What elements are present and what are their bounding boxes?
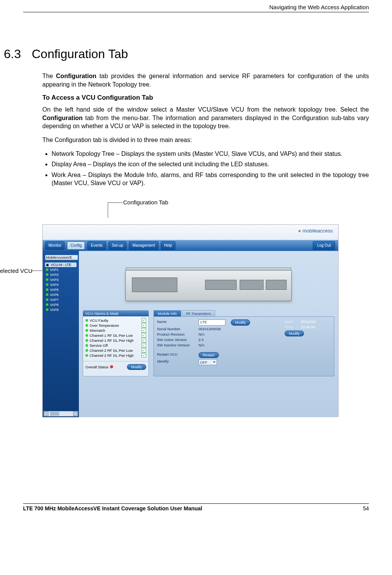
module-info-panel: Module Info RF Parameters Name LTE Modif… bbox=[153, 310, 334, 376]
subheading: To Access a VCU Configuration Tab bbox=[42, 94, 369, 102]
paragraph-2: On the left hand side of the window sele… bbox=[42, 105, 369, 130]
menu-monitor[interactable]: Monitor bbox=[45, 241, 65, 250]
alarm-checkbox[interactable] bbox=[142, 338, 146, 343]
alarm-row: Channel 1 RF DL Pwr Low bbox=[85, 333, 146, 338]
status-dot-icon bbox=[85, 339, 88, 342]
date-label: Date: bbox=[285, 319, 301, 324]
page-footer: LTE 700 MHz MobileAccessVE Instant Cover… bbox=[23, 503, 369, 511]
time-value: 10:40:58 bbox=[301, 325, 315, 329]
field-value: 00101200039 bbox=[199, 327, 221, 331]
bullet-list: Network Topology Tree – Displays the sys… bbox=[45, 150, 369, 187]
sidebar-item-vap[interactable]: VAP6 bbox=[45, 293, 77, 297]
sidebar-item-vap[interactable]: VAP3 bbox=[45, 277, 77, 282]
screenshot: ● mobileaccess Monitor Config Events Set… bbox=[42, 224, 339, 417]
list-item: Display Area – Displays the icon of the … bbox=[52, 160, 369, 169]
sidebar-item-vap[interactable]: VAP1 bbox=[45, 267, 77, 272]
menu-events[interactable]: Events bbox=[87, 241, 106, 250]
sidebar-item-vap[interactable]: VAP2 bbox=[45, 272, 77, 277]
alarms-panel: VCU Alarms & Mask VCU Faulty Over Temper… bbox=[83, 310, 149, 376]
modify-button[interactable]: Modify bbox=[231, 319, 250, 326]
callout-config-tab: Configuration Tab bbox=[123, 199, 168, 206]
alarm-checkbox[interactable] bbox=[142, 323, 146, 328]
footer-title: LTE 700 MHz MobileAccessVE Instant Cover… bbox=[23, 505, 202, 511]
menu-setup[interactable]: Set-up bbox=[108, 241, 127, 250]
page-number: 54 bbox=[363, 505, 369, 511]
field-label: Name bbox=[157, 319, 199, 326]
main-area: VCU Alarms & Mask VCU Faulty Over Temper… bbox=[79, 251, 338, 417]
field-label: Identify bbox=[157, 359, 199, 365]
figure-container: Selected VCU VCU Icon Display ● mobileac… bbox=[42, 224, 339, 417]
status-dot-icon bbox=[85, 329, 88, 332]
field-value: N/A bbox=[199, 332, 205, 336]
field-label: Restart VCU bbox=[157, 352, 199, 358]
field-label: Serial Number bbox=[157, 327, 199, 331]
alarm-row: Channel 2 RF DL Pwr High bbox=[85, 353, 146, 358]
modify-button[interactable]: Modify bbox=[127, 364, 146, 370]
sidebar-title: MobileAccessVE bbox=[45, 255, 78, 260]
running-header: Navigating the Web Access Application bbox=[23, 4, 369, 12]
alarm-checkbox[interactable] bbox=[142, 328, 146, 333]
list-item: Work Area – Displays the Module Info, al… bbox=[52, 171, 369, 187]
scroll-right-icon[interactable] bbox=[73, 411, 78, 416]
status-dot-icon bbox=[85, 319, 88, 322]
alarm-checkbox[interactable] bbox=[142, 353, 146, 358]
date-value: 05/Jul/10 bbox=[301, 319, 316, 324]
menu-config[interactable]: Config bbox=[67, 241, 85, 250]
sidebar-scrollbar[interactable] bbox=[43, 411, 78, 416]
divider bbox=[83, 361, 148, 361]
device-ports bbox=[205, 280, 237, 290]
paragraph-1: The Configuration tab provides the gener… bbox=[42, 72, 369, 89]
tab-module-info[interactable]: Module Info bbox=[153, 310, 181, 316]
tab-rf-parameters[interactable]: RF Parameters bbox=[182, 310, 215, 316]
alarm-row: Over Temperature bbox=[85, 323, 146, 328]
section-heading: 6.3 Configuration Tab bbox=[4, 47, 369, 61]
alarm-row: VCU Faulty bbox=[85, 318, 146, 323]
sidebar-item-vcu[interactable]: ▣ VCU-M - LTE bbox=[45, 262, 77, 267]
alarm-row: Mismatch bbox=[85, 328, 146, 333]
field-value: N/A bbox=[199, 343, 205, 347]
alarm-checkbox[interactable] bbox=[142, 348, 146, 353]
app-header: ● mobileaccess bbox=[43, 225, 338, 240]
alarm-checkbox[interactable] bbox=[142, 318, 146, 323]
status-dot-icon bbox=[85, 324, 88, 327]
menu-bar: Monitor Config Events Set-up Management … bbox=[43, 240, 338, 251]
field-label: SW Inactive Version bbox=[157, 343, 199, 347]
menu-management[interactable]: Management bbox=[129, 241, 158, 250]
time-label: Time: bbox=[285, 325, 301, 329]
field-label: SW Active Version bbox=[157, 338, 199, 342]
scroll-left-icon[interactable] bbox=[44, 411, 48, 416]
menu-help[interactable]: Help bbox=[161, 241, 176, 250]
sidebar-item-vap[interactable]: VAP4 bbox=[45, 282, 77, 287]
brand-label: ● mobileaccess bbox=[298, 228, 333, 234]
chevron-down-icon bbox=[213, 361, 215, 363]
alarm-row: Service Off bbox=[85, 343, 146, 348]
paragraph-3: The Configuration tab is divided in to t… bbox=[42, 136, 369, 144]
vcu-device-icon bbox=[125, 270, 292, 301]
status-dot-icon bbox=[85, 334, 88, 337]
callout-line bbox=[108, 202, 108, 218]
scroll-thumb[interactable] bbox=[50, 412, 59, 416]
device-ports bbox=[266, 280, 287, 290]
sidebar-item-vap[interactable]: VAP8 bbox=[45, 303, 77, 307]
section-title-text: Configuration Tab bbox=[32, 47, 128, 61]
callout-selected-vcu: Selected VCU bbox=[0, 267, 32, 274]
field-label: Product Revision bbox=[157, 332, 199, 336]
name-input[interactable]: LTE bbox=[199, 319, 225, 326]
alarm-checkbox[interactable] bbox=[142, 333, 146, 338]
sidebar-item-vap[interactable]: VAP9 bbox=[45, 308, 77, 312]
sidebar-item-vap[interactable]: VAP7 bbox=[45, 298, 77, 302]
field-value: 2.5 bbox=[199, 338, 204, 342]
identify-select[interactable]: OFF bbox=[199, 359, 217, 365]
modify-button[interactable]: Modify bbox=[285, 331, 304, 336]
alarm-checkbox[interactable] bbox=[142, 343, 146, 348]
device-slot-panel bbox=[132, 277, 177, 292]
restart-button[interactable]: Restart bbox=[199, 352, 219, 358]
status-dot-icon bbox=[110, 365, 113, 368]
section-number: 6.3 bbox=[4, 47, 21, 61]
sidebar-item-vap[interactable]: VAP5 bbox=[45, 288, 77, 292]
status-dot-icon bbox=[85, 344, 88, 347]
status-dot-icon bbox=[85, 354, 88, 357]
alarm-row: Channel 2 RF DL Pwr Low bbox=[85, 348, 146, 353]
logout-button[interactable]: Log Out bbox=[313, 241, 335, 250]
device-ports bbox=[240, 280, 264, 290]
